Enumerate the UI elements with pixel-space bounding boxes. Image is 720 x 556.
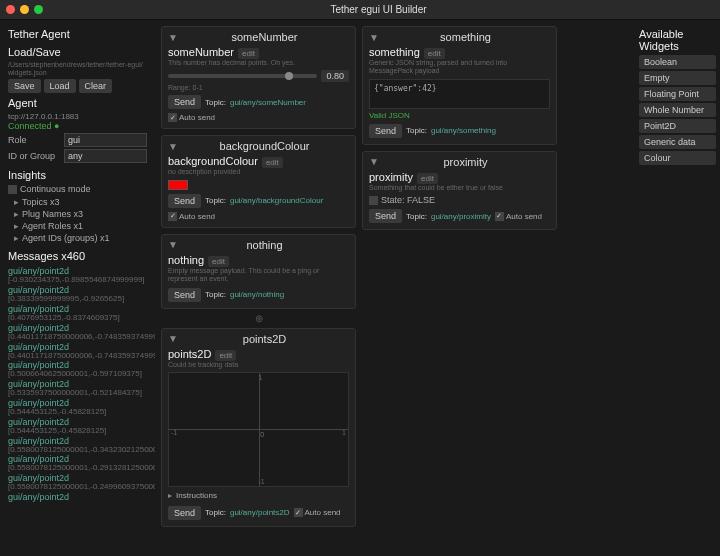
clear-button[interactable]: Clear <box>79 79 113 93</box>
autosend-checkbox[interactable]: ✓Auto send <box>294 508 341 517</box>
drag-handle-icon[interactable]: ⊕ <box>161 313 356 324</box>
traffic-lights <box>6 5 43 14</box>
right-sidebar: Available Widgets BooleanEmptyFloating P… <box>635 20 720 556</box>
continuous-mode-checkbox[interactable]: Continuous mode <box>8 184 147 194</box>
minimize-icon[interactable] <box>20 5 29 14</box>
message-value: [0.44011718750000006,-0.7483593749999999… <box>8 352 147 361</box>
id-label: ID or Group <box>8 151 60 161</box>
message-value: [0.5580078125000001,-0.34323021250000001… <box>8 446 147 455</box>
widget-item[interactable]: Point2D <box>639 119 716 133</box>
insights-header: Insights <box>8 169 147 181</box>
maximize-icon[interactable] <box>34 5 43 14</box>
collapse-icon[interactable]: ▼ <box>168 239 176 250</box>
edit-button[interactable]: edit <box>424 48 445 59</box>
collapse-icon[interactable]: ▼ <box>369 156 377 167</box>
widgets-header: Available Widgets <box>639 28 716 52</box>
role-input[interactable] <box>64 133 147 147</box>
center-area: ▼someNumber someNumberedit This number h… <box>155 20 635 556</box>
panel-nothing: ▼nothing nothingedit Empty message paylo… <box>161 234 356 309</box>
message-value: [0.44011718750000006,-0.7483593749999999… <box>8 333 147 342</box>
widget-item[interactable]: Colour <box>639 151 716 165</box>
panel-proximity: ▼proximity proximityedit Something that … <box>362 151 557 230</box>
save-button[interactable]: Save <box>8 79 41 93</box>
message-value: [0.5335937500000001,-0.521484375] <box>8 389 147 398</box>
edit-button[interactable]: edit <box>208 256 229 267</box>
autosend-checkbox[interactable]: ✓Auto send <box>168 113 215 122</box>
panel-points2d: ▼points2D points2Dedit Could be tracking… <box>161 328 356 527</box>
collapse-icon[interactable]: ▼ <box>369 32 377 43</box>
messages-header: Messages x460 <box>8 250 147 262</box>
role-label: Role <box>8 135 60 145</box>
edit-button[interactable]: edit <box>417 173 438 184</box>
left-sidebar: Tether Agent Load/Save /Users/stephenben… <box>0 20 155 556</box>
collapse-icon[interactable]: ▼ <box>168 32 176 43</box>
send-button[interactable]: Send <box>168 506 201 520</box>
send-button[interactable]: Send <box>168 288 201 302</box>
message-value: [0.5006640625000001,-0.597109375] <box>8 370 147 379</box>
tether-agent-header: Tether Agent <box>8 28 147 40</box>
topics-tree[interactable]: ▸Topics x3 <box>8 196 147 208</box>
edit-button[interactable]: edit <box>262 157 283 168</box>
widget-item[interactable]: Whole Number <box>639 103 716 117</box>
instructions-toggle[interactable]: ▸Instructions <box>168 489 349 502</box>
send-button[interactable]: Send <box>369 124 402 138</box>
widget-desc: This number has decimal points. Oh yes. <box>168 59 349 67</box>
tcp-address: tcp://127.0.0.1:1883 <box>8 112 147 121</box>
message-value: [0.4076953125,-0.8374609375] <box>8 314 147 323</box>
topic-text: gui/any/someNumber <box>230 98 306 107</box>
number-value[interactable]: 0.80 <box>321 70 349 82</box>
send-button[interactable]: Send <box>168 194 201 208</box>
widget-item[interactable]: Generic data <box>639 135 716 149</box>
range-label: Range: 0-1 <box>168 84 349 91</box>
ids-tree[interactable]: ▸Agent IDs (groups) x1 <box>8 232 147 244</box>
autosend-checkbox[interactable]: ✓Auto send <box>495 212 542 221</box>
colour-swatch[interactable] <box>168 180 188 190</box>
loadsave-header: Load/Save <box>8 46 147 58</box>
message-value: [0.5580078125000001,-0.24996093750000004… <box>8 483 147 492</box>
connection-status: Connected ● <box>8 121 147 131</box>
message-value: [-0.930234375,-0.8985546874999999] <box>8 276 147 285</box>
collapse-icon[interactable]: ▼ <box>168 141 176 152</box>
widget-item[interactable]: Floating Point <box>639 87 716 101</box>
panel-something: ▼something somethingedit Generic JSON st… <box>362 26 557 145</box>
json-status: Valid JSON <box>369 111 550 120</box>
send-button[interactable]: Send <box>369 209 402 223</box>
message-value: [0.38339599999995,-0.9265625] <box>8 295 147 304</box>
window-title: Tether egui UI Builder <box>43 4 714 15</box>
message-value: [0.544453125,-0.45828125] <box>8 427 147 436</box>
titlebar: Tether egui UI Builder <box>0 0 720 20</box>
message-value: [0.544453125,-0.45828125] <box>8 408 147 417</box>
panel-backgroundcolour: ▼backgroundColour backgroundColouredit n… <box>161 135 356 227</box>
collapse-icon[interactable]: ▼ <box>168 333 176 344</box>
message-topic: gui/any/point2d <box>8 492 147 502</box>
file-path: /Users/stephenbendrews/tether/tether-egu… <box>8 61 147 76</box>
close-icon[interactable] <box>6 5 15 14</box>
send-button[interactable]: Send <box>168 95 201 109</box>
json-input[interactable]: {"answer":42} <box>369 79 550 109</box>
plugs-tree[interactable]: ▸Plug Names x3 <box>8 208 147 220</box>
message-value: [0.5580078125000001,-0.29132812500000004… <box>8 464 147 473</box>
state-checkbox[interactable]: State: FALSE <box>369 195 550 205</box>
panel-somenumber: ▼someNumber someNumberedit This number h… <box>161 26 356 129</box>
widget-name: someNumber <box>168 46 234 58</box>
widget-item[interactable]: Boolean <box>639 55 716 69</box>
edit-button[interactable]: edit <box>215 350 236 361</box>
point2d-plot[interactable]: -1 1 1 -1 0 <box>168 372 349 487</box>
roles-tree[interactable]: ▸Agent Roles x1 <box>8 220 147 232</box>
agent-header: Agent <box>8 97 147 109</box>
edit-button[interactable]: edit <box>238 48 259 59</box>
widget-item[interactable]: Empty <box>639 71 716 85</box>
messages-list: gui/any/point2d[-0.930234375,-0.89855468… <box>8 266 147 502</box>
load-button[interactable]: Load <box>44 79 76 93</box>
id-input[interactable] <box>64 149 147 163</box>
autosend-checkbox[interactable]: ✓Auto send <box>168 212 215 221</box>
number-slider[interactable] <box>168 74 317 78</box>
